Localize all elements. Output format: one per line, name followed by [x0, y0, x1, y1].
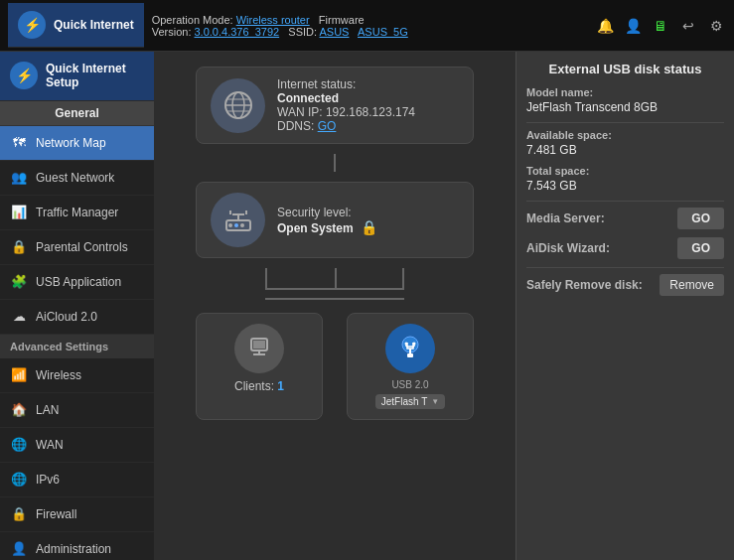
operation-mode-line: Operation Mode: Wireless router Firmware: [152, 14, 408, 26]
version-value[interactable]: 3.0.0.4.376_3792: [195, 26, 280, 38]
total-space-field: Total space: 7.543 GB: [526, 165, 724, 193]
back-icon[interactable]: ↩: [678, 16, 698, 36]
sidebar-label-parental-controls: Parental Controls: [36, 240, 128, 254]
sidebar-item-guest-network[interactable]: 👥 Guest Network: [0, 161, 154, 196]
divider-1: [526, 122, 724, 123]
sidebar-item-wireless[interactable]: 📶 Wireless: [0, 358, 154, 393]
firmware-label: Firmware: [319, 14, 365, 26]
branch-connector: [196, 268, 474, 288]
available-space-label: Available space:: [526, 129, 724, 141]
sidebar-quick-label: Quick InternetSetup: [46, 62, 126, 90]
connector-1: [334, 154, 336, 172]
sidebar: ⚡ Quick InternetSetup General 🗺 Network …: [0, 52, 154, 560]
clients-node: Clients: 1: [196, 313, 323, 420]
network-area: Internet status: Connected WAN IP: 192.1…: [154, 52, 734, 560]
network-map-icon: 🗺: [10, 134, 28, 152]
ddns-go-link[interactable]: GO: [318, 119, 337, 133]
safely-remove-label: Safely Remove disk:: [526, 278, 643, 292]
sidebar-label-wan: WAN: [36, 438, 64, 452]
usb-type-label: USB 2.0: [391, 379, 428, 390]
main-content: Internet status: Connected WAN IP: 192.1…: [154, 52, 734, 560]
sidebar-item-network-map[interactable]: 🗺 Network Map: [0, 126, 154, 161]
security-label: Security level:: [277, 206, 459, 219]
sidebar-item-firewall[interactable]: 🔒 Firewall: [0, 497, 154, 532]
sidebar-item-wan[interactable]: 🌐 WAN: [0, 428, 154, 463]
operation-value[interactable]: Wireless router: [236, 14, 310, 26]
user-icon[interactable]: 👤: [623, 16, 643, 36]
router-info: Security level: Open System 🔒: [277, 206, 459, 235]
media-server-go-button[interactable]: GO: [677, 208, 724, 229]
globe-icon: [211, 78, 265, 133]
quick-internet-setup[interactable]: ⚡ Quick Internet: [8, 3, 144, 48]
svg-point-6: [228, 223, 232, 227]
safely-remove-button[interactable]: Remove: [660, 274, 724, 296]
router-node: Security level: Open System 🔒: [196, 182, 474, 258]
wan-icon: 🌐: [10, 436, 28, 454]
usb-icon: [385, 324, 435, 373]
sidebar-item-parental-controls[interactable]: 🔒 Parental Controls: [0, 230, 154, 265]
ssid-value[interactable]: ASUS: [320, 26, 350, 38]
sidebar-label-administration: Administration: [36, 542, 111, 556]
sidebar-item-lan[interactable]: 🏠 LAN: [0, 393, 154, 428]
usb-node: USB 2.0 JetFlash T: [347, 313, 474, 420]
topbar-icons: 🔔 👤 🖥 ↩ ⚙: [595, 16, 726, 36]
router-icon: [211, 193, 265, 247]
safely-remove-row: Safely Remove disk: Remove: [526, 274, 724, 296]
lock-icon: 🔒: [361, 219, 377, 235]
svg-point-8: [240, 223, 244, 227]
sidebar-item-traffic-manager[interactable]: 📊 Traffic Manager: [0, 196, 154, 230]
sidebar-label-firewall: Firewall: [36, 507, 76, 521]
parental-controls-icon: 🔒: [10, 238, 28, 256]
total-space-label: Total space:: [526, 165, 724, 177]
ssid-label: SSID:: [288, 26, 317, 38]
version-label: Version:: [152, 26, 192, 38]
sidebar-item-ipv6[interactable]: 🌐 IPv6: [0, 463, 154, 497]
sidebar-label-network-map: Network Map: [36, 136, 106, 150]
wireless-icon: 📶: [10, 366, 28, 384]
topbar-info: Operation Mode: Wireless router Firmware…: [152, 14, 408, 38]
sidebar-label-usb-application: USB Application: [36, 275, 121, 289]
ddns-label: DDNS:: [277, 119, 314, 133]
available-space-value: 7.481 GB: [526, 143, 724, 157]
sidebar-item-usb-application[interactable]: 🧩 USB Application: [0, 265, 154, 300]
aidisk-row: AiDisk Wizard: GO: [526, 237, 724, 259]
total-space-value: 7.543 GB: [526, 179, 724, 193]
sidebar-quick-internet[interactable]: ⚡ Quick InternetSetup: [0, 52, 154, 101]
sidebar-item-aicloud[interactable]: ☁ AiCloud 2.0: [0, 300, 154, 335]
firewall-icon: 🔒: [10, 505, 28, 523]
operation-label: Operation Mode:: [152, 14, 233, 26]
security-value: Open System 🔒: [277, 219, 459, 235]
clients-count: 1: [277, 379, 284, 393]
ssid-5g-value[interactable]: ASUS_5G: [358, 26, 408, 38]
guest-network-icon: 👥: [10, 169, 28, 187]
usb-dropdown[interactable]: JetFlash T: [375, 394, 445, 409]
sidebar-label-ipv6: IPv6: [36, 473, 60, 487]
sidebar-label-guest-network: Guest Network: [36, 171, 114, 185]
sidebar-label-aicloud: AiCloud 2.0: [36, 310, 97, 324]
sidebar-item-administration[interactable]: 👤 Administration: [0, 532, 154, 560]
svg-rect-16: [253, 341, 265, 349]
sidebar-label-traffic-manager: Traffic Manager: [36, 206, 118, 219]
general-header: General: [0, 101, 154, 126]
clients-icon: [234, 324, 284, 373]
administration-icon: 👤: [10, 540, 28, 558]
layout: ⚡ Quick InternetSetup General 🗺 Network …: [0, 52, 734, 560]
aidisk-go-button[interactable]: GO: [677, 237, 724, 259]
aicloud-icon: ☁: [10, 308, 28, 326]
wan-ip-label: WAN IP:: [277, 105, 323, 119]
usb-application-icon: 🧩: [10, 273, 28, 291]
internet-info: Internet status: Connected WAN IP: 192.1…: [277, 77, 459, 133]
sidebar-label-wireless: Wireless: [36, 368, 81, 382]
gear-icon[interactable]: ⚙: [706, 16, 726, 36]
divider-2: [526, 201, 724, 202]
monitor-icon[interactable]: 🖥: [651, 16, 670, 36]
lan-icon: 🏠: [10, 401, 28, 419]
wan-ip-value: 192.168.123.174: [326, 105, 415, 119]
internet-node: Internet status: Connected WAN IP: 192.1…: [196, 67, 474, 144]
sidebar-label-lan: LAN: [36, 403, 59, 417]
wan-ip-line: WAN IP: 192.168.123.174: [277, 105, 459, 119]
usb-status-panel: External USB disk status Model name: Jet…: [515, 52, 734, 560]
usb-panel-title: External USB disk status: [526, 62, 724, 76]
bell-icon[interactable]: 🔔: [595, 16, 615, 36]
aidisk-label: AiDisk Wizard:: [526, 241, 610, 255]
